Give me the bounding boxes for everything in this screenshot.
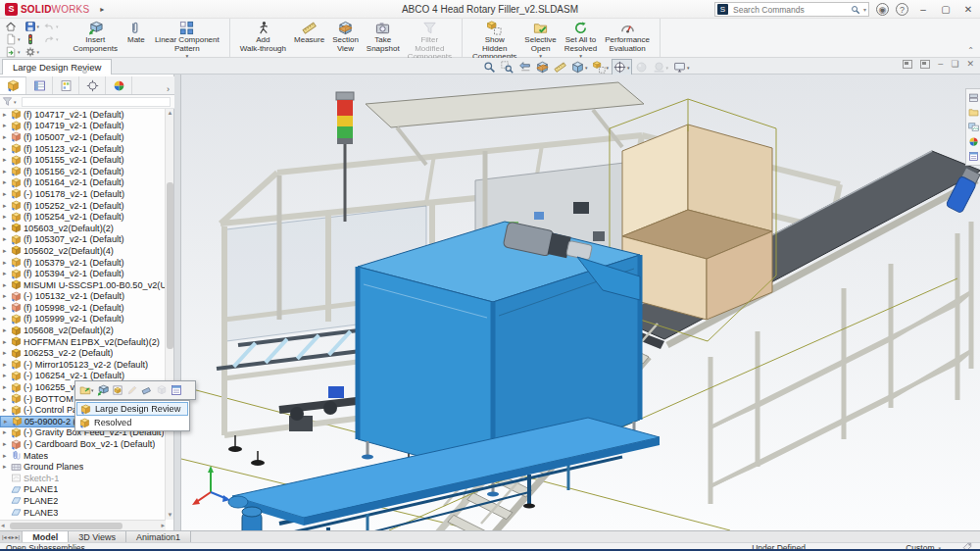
view-palette-tab[interactable] xyxy=(968,122,979,132)
tree-item[interactable]: ▸105603_v2(Default)(2) xyxy=(0,223,166,234)
tree-item[interactable]: ▸(f) 105164_v2-1 (Default) xyxy=(0,177,166,189)
rebuild-button[interactable] xyxy=(24,32,41,45)
close-button[interactable]: ✕ xyxy=(960,4,976,15)
panel-resize-grip[interactable] xyxy=(82,70,87,74)
tree-item[interactable]: ▸(-) 105132_v2-1 (Default) xyxy=(0,291,166,303)
tree-item[interactable]: ▸(f) 105254_v2-1 (Default) xyxy=(0,211,166,223)
view-tab-model[interactable]: Model xyxy=(23,531,69,542)
tree-filter-input[interactable] xyxy=(22,97,171,107)
menu-item-large-design-review[interactable]: Large Design Review xyxy=(76,402,188,416)
tree-item[interactable]: ▸Ground Planes xyxy=(0,461,166,473)
section-view-button[interactable]: SectionView xyxy=(328,20,363,53)
tree-item[interactable]: ▸(f) 105155_v2-1 (Default) xyxy=(0,154,166,166)
view-tab-3d-views[interactable]: 3D Views xyxy=(69,531,126,542)
mate-button[interactable]: Mate xyxy=(122,20,151,45)
tree-item[interactable]: ▸(-) Mirror105123_v2-2 (Default) xyxy=(0,359,166,371)
home-button[interactable] xyxy=(4,20,22,32)
undo-button[interactable]: ▾ xyxy=(42,20,60,32)
redo-button[interactable]: ▾ xyxy=(42,32,60,45)
view-orientation-button[interactable]: ▾ xyxy=(612,59,632,75)
search-dropdown-icon[interactable]: ▾ xyxy=(863,6,866,13)
expand-arrow-icon[interactable]: ▸ xyxy=(3,292,11,300)
filter-dropdown-icon[interactable]: ▾ xyxy=(14,99,17,105)
expand-arrow-icon[interactable]: ▸ xyxy=(3,168,11,175)
tree-item[interactable]: ▸HOFFMAN E1PBX_v2(Default)(2) xyxy=(0,336,166,348)
expand-arrow-icon[interactable]: ▸ xyxy=(4,418,12,426)
tab-scroll-prev-icon[interactable]: ◂ xyxy=(8,533,11,540)
tree-item[interactable]: ▸105602_v2(Default)(4) xyxy=(0,245,166,257)
selective-open-button[interactable]: SelectiveOpen▾ xyxy=(520,20,560,59)
tab-scroll-buttons[interactable]: |◂ ◂ ▸ ▸| xyxy=(0,531,23,542)
tree-item[interactable]: ▸(f) 105007_v2-1 (Default) xyxy=(0,131,166,143)
hscroll-thumb[interactable] xyxy=(10,523,122,529)
doc-minimize-button[interactable]: – xyxy=(938,59,943,69)
view-tab-animation1[interactable]: Animation1 xyxy=(126,531,191,542)
file-explorer-tab[interactable] xyxy=(968,107,979,118)
set-all-resolved-button[interactable]: Set All toResolved▾ xyxy=(561,20,601,59)
expand-arrow-icon[interactable]: ▸ xyxy=(3,156,11,164)
graphics-area[interactable] xyxy=(181,75,980,530)
linear-component-pattern-button[interactable]: Linear ComponentPattern▾ xyxy=(151,20,223,59)
scroll-up-icon[interactable]: ▲ xyxy=(166,109,174,118)
expand-arrow-icon[interactable]: ▸ xyxy=(3,463,11,471)
expand-arrow-icon[interactable]: ▸ xyxy=(3,178,11,186)
scroll-left-icon[interactable]: ◂ xyxy=(1,522,5,529)
propertymanager-tab[interactable] xyxy=(26,76,53,94)
delete-button[interactable] xyxy=(141,384,153,396)
isolate-button[interactable] xyxy=(112,384,123,396)
doc-close-button[interactable]: ✕ xyxy=(966,59,974,69)
expand-arrow-icon[interactable]: ▸ xyxy=(3,190,11,198)
expand-arrow-icon[interactable]: ▸ xyxy=(3,281,11,289)
tree-item[interactable]: ▸(f) 105307_v2-1 (Default) xyxy=(0,234,166,246)
expand-arrow-icon[interactable]: ▸ xyxy=(3,372,11,379)
tree-horizontal-scrollbar[interactable]: ◂ ▸ xyxy=(0,520,166,530)
tree-item[interactable]: ▸105608_v2(Default)(2) xyxy=(0,325,166,336)
doc-restore-button[interactable]: ❏ xyxy=(951,59,958,69)
panel-splitter[interactable] xyxy=(174,75,181,530)
menu-expand-arrow[interactable]: ▸ xyxy=(100,5,104,14)
expand-arrow-icon[interactable]: ▸ xyxy=(3,145,11,153)
ribbon-collapse-chevron[interactable]: ⌃ xyxy=(967,46,974,55)
filter-funnel-icon[interactable] xyxy=(2,96,13,107)
zoom-to-area-button[interactable] xyxy=(499,59,515,75)
minimize-button[interactable]: – xyxy=(915,4,931,15)
expand-arrow-icon[interactable]: ▸ xyxy=(3,383,11,391)
tab-scroll-first-icon[interactable]: |◂ xyxy=(2,533,7,540)
conveyor-drive-motor[interactable] xyxy=(242,507,262,530)
measure-button[interactable] xyxy=(552,59,568,75)
vscroll-thumb[interactable] xyxy=(167,182,173,349)
tree-item[interactable]: ▸(-) Cardboard Box_v2-1 (Default) xyxy=(0,438,166,450)
open-component-button[interactable]: ▾ xyxy=(79,384,94,396)
displaymanager-tab[interactable] xyxy=(106,76,132,94)
expand-arrow-icon[interactable]: ▸ xyxy=(3,395,11,403)
publish-button[interactable]: ▾ xyxy=(4,45,22,58)
tree-item[interactable]: ▸(-) 105178_v2-1 (Default) xyxy=(0,188,166,200)
tree-item[interactable]: ▸(f) 105123_v2-1 (Default) xyxy=(0,143,166,155)
tree-item[interactable]: ▸(f) 105999_v2-1 (Default) xyxy=(0,314,166,326)
previous-view-button[interactable] xyxy=(516,59,533,75)
appearances-scenes-tab[interactable] xyxy=(968,136,979,147)
tree-item[interactable]: ▸(f) 105379_v2-1 (Default) xyxy=(0,257,166,269)
tree-item[interactable]: PLANE3 xyxy=(0,507,166,519)
tree-item[interactable]: ▸Mates xyxy=(0,450,166,462)
tree-item[interactable]: PLANE2 xyxy=(0,495,166,507)
expand-arrow-icon[interactable]: ▸ xyxy=(3,122,11,129)
expand-arrow-icon[interactable]: ▸ xyxy=(3,111,11,119)
tree-item[interactable]: ▸MISUMI U-SSCSP1.00-B0.50_v2(U-SSCSP(304… xyxy=(0,279,166,291)
expand-arrow-icon[interactable]: ▸ xyxy=(3,406,11,414)
menu-item-resolved[interactable]: Resolved xyxy=(76,416,188,429)
display-style-button[interactable]: ▾ xyxy=(569,59,590,75)
search-icon[interactable] xyxy=(851,5,860,15)
configurationmanager-tab[interactable] xyxy=(53,76,79,94)
user-account-icon[interactable]: ◉ xyxy=(876,3,889,16)
help-icon[interactable]: ? xyxy=(896,3,908,16)
options-button[interactable]: ▾ xyxy=(24,45,41,58)
tree-item[interactable]: ▸(f) 105394_v2-1 (Default) xyxy=(0,268,166,279)
new-document-button[interactable]: ▾ xyxy=(4,32,22,45)
measure-button[interactable]: Measure xyxy=(290,20,328,45)
expand-arrow-icon[interactable]: ▸ xyxy=(3,338,11,346)
tree-item[interactable]: PLANE1 xyxy=(0,484,166,496)
hide-show-items-button[interactable]: ▾ xyxy=(591,59,612,75)
expand-arrow-icon[interactable]: ▸ xyxy=(3,213,11,221)
viewport-3d-scene[interactable] xyxy=(181,75,980,530)
